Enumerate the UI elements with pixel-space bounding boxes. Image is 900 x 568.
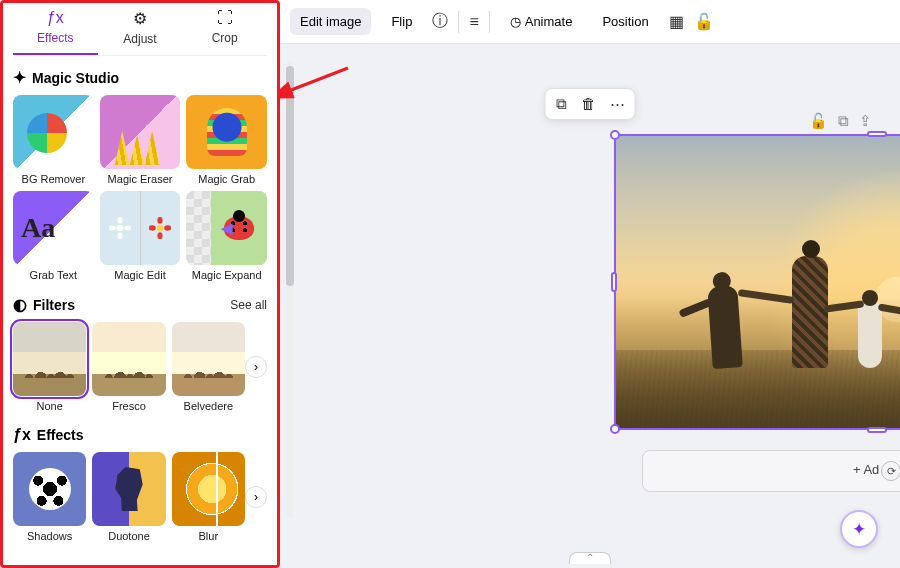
animate-label: Animate (525, 14, 573, 29)
svg-point-6 (158, 217, 163, 224)
tool-magic-edit[interactable]: Magic Edit (100, 191, 181, 281)
edit-image-button[interactable]: Edit image (290, 8, 371, 35)
filter-icon: ◐ (13, 295, 27, 314)
card-label: Magic Grab (186, 173, 267, 185)
grab-text-thumb (13, 191, 94, 265)
fx-icon: ƒx (13, 9, 98, 27)
svg-point-0 (116, 225, 123, 232)
card-label: Shadows (13, 530, 86, 542)
transparency-icon[interactable]: ▦ (669, 12, 684, 31)
sparkle-icon: ✦ (13, 68, 26, 87)
canvas-area: Edit image Flip ⓘ ≡ ◷Animate Position ▦ … (280, 0, 900, 568)
section-title-text: Effects (37, 427, 84, 443)
tab-label: Crop (212, 31, 238, 45)
bg-remover-thumb (13, 95, 94, 169)
card-label: Duotone (92, 530, 165, 542)
filter-fresco-thumb (92, 322, 165, 396)
card-label: Magic Eraser (100, 173, 181, 185)
card-label: None (13, 400, 86, 412)
tab-effects[interactable]: ƒx Effects (13, 9, 98, 55)
show-pages-tab[interactable]: ⌃ (569, 552, 611, 564)
tool-magic-grab[interactable]: Magic Grab (186, 95, 267, 185)
magic-grab-thumb (186, 95, 267, 169)
animate-button[interactable]: ◷Animate (500, 8, 583, 35)
sidebar-tabs: ƒx Effects ⚙ Adjust ⛶ Crop (13, 9, 267, 56)
page-share-icon[interactable]: ⇪ (859, 112, 872, 130)
tool-magic-expand[interactable]: ◄ Magic Expand (186, 191, 267, 281)
shadows-thumb (13, 452, 86, 526)
page-lock-icon[interactable]: 🔓 (809, 112, 828, 130)
magic-edit-thumb (100, 191, 181, 265)
magic-expand-thumb: ◄ (186, 191, 267, 265)
tool-grab-text[interactable]: Grab Text (13, 191, 94, 281)
lock-icon[interactable]: 🔓 (694, 12, 714, 31)
duotone-thumb (92, 452, 165, 526)
fx-icon: ƒx (13, 426, 31, 444)
section-magic-studio: ✦ Magic Studio BG Remover Magic Eraser M… (13, 68, 267, 281)
crop-icon: ⛶ (182, 9, 267, 27)
tab-label: Adjust (123, 32, 156, 46)
blur-thumb (172, 452, 245, 526)
card-label: BG Remover (13, 173, 94, 185)
svg-point-9 (165, 225, 172, 230)
filter-belvedere[interactable]: Belvedere (172, 322, 245, 412)
resize-handle-bottom[interactable] (867, 427, 887, 433)
page-duplicate-icon[interactable]: ⧉ (838, 112, 849, 130)
sidebar-scrollbar-track[interactable] (286, 62, 294, 518)
flip-button[interactable]: Flip (381, 8, 422, 35)
position-button[interactable]: Position (592, 8, 658, 35)
tool-magic-eraser[interactable]: Magic Eraser (100, 95, 181, 185)
card-label: Magic Edit (100, 269, 181, 281)
svg-point-3 (109, 226, 116, 231)
animate-icon: ◷ (510, 14, 521, 29)
resize-handle-tl[interactable] (610, 130, 620, 140)
see-all-filters[interactable]: See all (230, 298, 267, 312)
svg-point-7 (158, 232, 163, 239)
selected-image[interactable] (614, 134, 900, 430)
section-title-text: Magic Studio (32, 70, 119, 86)
filter-none[interactable]: None (13, 322, 86, 412)
effect-blur[interactable]: Blur (172, 452, 245, 542)
filters-next-button[interactable]: › (245, 356, 267, 378)
delete-icon[interactable]: 🗑 (581, 95, 596, 113)
page-actions: 🔓 ⧉ ⇪ (809, 112, 872, 130)
image-content (616, 136, 900, 428)
effect-shadows[interactable]: Shadows (13, 452, 86, 542)
section-filters: ◐ Filters See all None Fresco Belvedere (13, 295, 267, 412)
add-page-button[interactable]: + Ad⟳age (642, 450, 900, 492)
card-label: Belvedere (172, 400, 245, 412)
resize-handle-bl[interactable] (610, 424, 620, 434)
filter-none-thumb (13, 322, 86, 396)
resize-handle-left[interactable] (611, 272, 617, 292)
element-floating-toolbar: ⧉ 🗑 ⋯ (545, 88, 636, 120)
resize-handle-top[interactable] (867, 131, 887, 137)
effect-duotone[interactable]: Duotone (92, 452, 165, 542)
magic-eraser-thumb (100, 95, 181, 169)
filter-belvedere-thumb (172, 322, 245, 396)
svg-point-8 (149, 225, 156, 230)
tab-crop[interactable]: ⛶ Crop (182, 9, 267, 55)
svg-point-1 (117, 217, 122, 224)
tab-adjust[interactable]: ⚙ Adjust (98, 9, 183, 55)
section-effects: ƒx Effects Shadows Duotone Blur › (13, 426, 267, 542)
filter-fresco[interactable]: Fresco (92, 322, 165, 412)
add-page-prefix: + Ad (853, 462, 879, 477)
align-icon[interactable]: ≡ (469, 13, 478, 31)
separator (489, 11, 490, 33)
card-label: Magic Expand (186, 269, 267, 281)
sliders-icon: ⚙ (98, 9, 183, 28)
tool-bg-remover[interactable]: BG Remover (13, 95, 94, 185)
sidebar-scrollbar-thumb[interactable] (286, 66, 294, 286)
ai-assistant-button[interactable]: ✦ (840, 510, 878, 548)
effects-next-button[interactable]: › (245, 486, 267, 508)
duplicate-icon[interactable]: ⧉ (556, 95, 567, 113)
separator (458, 11, 459, 33)
card-label: Blur (172, 530, 245, 542)
svg-point-5 (157, 225, 164, 232)
swap-icon: ⟳ (881, 461, 900, 481)
svg-point-2 (117, 232, 122, 239)
top-toolbar: Edit image Flip ⓘ ≡ ◷Animate Position ▦ … (280, 0, 900, 44)
more-icon[interactable]: ⋯ (610, 95, 625, 113)
info-icon[interactable]: ⓘ (432, 11, 448, 32)
effects-sidebar: ƒx Effects ⚙ Adjust ⛶ Crop ✦ Magic Studi… (0, 0, 280, 568)
